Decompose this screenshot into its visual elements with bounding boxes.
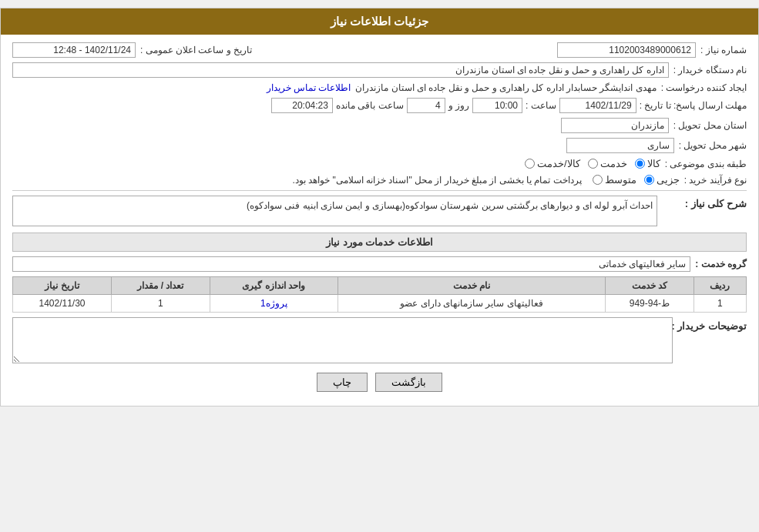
noefrayand-jozi[interactable]: جزیی: [644, 174, 680, 186]
tabaqe-kala-khadamat-radio[interactable]: [525, 159, 535, 169]
back-button[interactable]: بازگشت: [375, 373, 442, 392]
th-count: تعداد / مقدار: [112, 277, 210, 295]
noefrayand-jozi-radio[interactable]: [644, 175, 654, 185]
tabaqe-kala-radio[interactable]: [635, 159, 645, 169]
goroh-input: [12, 256, 690, 272]
ijad-link[interactable]: اطلاعات تماس خریدار: [267, 82, 351, 93]
td-count: 1: [112, 295, 210, 313]
mohlat-date-input: [559, 98, 636, 113]
shomara-row: شماره نیاز : تاریخ و ساعت اعلان عمومی :: [12, 42, 747, 58]
th-name: نام خدمت: [338, 277, 605, 295]
noefrayand-jozi-label: جزیی: [657, 174, 680, 186]
ijad-label: ایجاد کننده درخواست :: [661, 82, 747, 93]
button-row: بازگشت چاپ: [12, 373, 747, 392]
mohlat-remaining-input: [271, 98, 333, 113]
noefrayand-row: نوع فرآیند خرید : متوسط جزیی پرداخت تمام…: [12, 174, 747, 186]
td-radif: 1: [694, 295, 746, 313]
tabaqe-kala-label: کالا: [647, 158, 660, 169]
noefrayand-motavaset-label: متوسط: [605, 174, 636, 186]
tarix-input: [12, 42, 136, 58]
td-code: ط-94-949: [606, 295, 694, 313]
nam-dastgah-row: نام دستگاه خریدار :: [12, 62, 747, 78]
th-unit: واحد اندازه گیری: [210, 277, 338, 295]
shahr-row: شهر محل تحویل :: [12, 138, 747, 153]
goroh-row: گروه خدمت :: [12, 256, 747, 272]
tabaqe-label: طبقه بندی موضوعی :: [665, 159, 747, 169]
ijad-row: ایجاد کننده درخواست : مهدی اندایشگر حساب…: [12, 82, 747, 93]
th-radif: ردیف: [694, 277, 746, 295]
th-code: کد خدمت: [606, 277, 694, 295]
noefrayand-label: نوع فرآیند خرید :: [684, 175, 747, 186]
mohlat-label: مهلت ارسال پاسخ: تا تاریخ :: [640, 100, 747, 111]
noefrayand-note: پرداخت تمام یا بخشی از مبلغ خریدار از مح…: [292, 175, 581, 186]
tozihat-textarea[interactable]: [12, 317, 673, 363]
table-row: 1ط-94-949فعالیتهای سایر سازمانهای دارای …: [13, 295, 747, 313]
services-table: ردیف کد خدمت نام خدمت واحد اندازه گیری ت…: [12, 276, 747, 313]
sharh-row: شرح کلی نیاز : احداث آبرو لوله ای و دیوا…: [12, 196, 747, 226]
page-header: جزئیات اطلاعات نیاز: [1, 8, 758, 35]
tozihat-section: توضیحات خریدار :: [12, 317, 747, 363]
tabaqe-khadamat-radio[interactable]: [588, 159, 598, 169]
shomara-input: [557, 42, 696, 58]
tarix-label: تاریخ و ساعت اعلان عمومی :: [140, 45, 252, 55]
shomara-label: شماره نیاز :: [700, 45, 747, 55]
noefrayand-radio-group: متوسط جزیی: [593, 174, 680, 186]
mohlat-time-label: ساعت :: [526, 100, 556, 111]
td-date: 1402/11/30: [13, 295, 112, 313]
ostan-input: [561, 118, 669, 133]
tabaqe-kala[interactable]: کالا: [635, 158, 660, 169]
tozihat-label: توضیحات خریدار :: [677, 317, 747, 332]
ijad-value: مهدی اندایشگر حسابدار اداره کل راهداری و…: [355, 82, 656, 93]
mohlat-days-label: روز و: [448, 100, 469, 111]
shahr-label: شهر محل تحویل :: [679, 140, 747, 151]
td-name: فعالیتهای سایر سازمانهای دارای عضو: [338, 295, 605, 313]
shahr-input: [566, 138, 674, 153]
noefrayand-motavaset[interactable]: متوسط: [593, 174, 636, 186]
mohlat-time-input: [472, 98, 522, 113]
khadamat-section-title: اطلاعات خدمات مورد نیاز: [12, 233, 747, 252]
tabaqe-radio-group: کالا/خدمت خدمت کالا: [525, 158, 660, 169]
nam-dastgah-input: [12, 62, 669, 78]
mohlat-row: مهلت ارسال پاسخ: تا تاریخ : ساعت : روز و…: [12, 98, 747, 113]
mohlat-days-input: [407, 98, 445, 113]
td-unit: پروژه1: [210, 295, 338, 313]
table-header-row: ردیف کد خدمت نام خدمت واحد اندازه گیری ت…: [13, 277, 747, 295]
tabaqe-khadamat[interactable]: خدمت: [588, 158, 627, 169]
nam-dastgah-label: نام دستگاه خریدار :: [673, 65, 747, 75]
tabaqe-khadamat-label: خدمت: [600, 158, 627, 169]
noefrayand-motavaset-radio[interactable]: [593, 175, 603, 185]
page-title: جزئیات اطلاعات نیاز: [331, 15, 428, 28]
sharh-label: شرح کلی نیاز :: [662, 196, 747, 209]
content-area: شماره نیاز : تاریخ و ساعت اعلان عمومی : …: [1, 35, 758, 406]
sharh-box: احداث آبرو لوله ای و دیوارهای برگشتی سری…: [12, 196, 657, 226]
ostan-label: استان محل تحویل :: [673, 120, 747, 131]
tabaqe-kala-khadamat-label: کالا/خدمت: [537, 158, 580, 169]
mohlat-remaining-label: ساعت باقی مانده: [336, 100, 404, 111]
tabaqe-row: طبقه بندی موضوعی : کالا/خدمت خدمت کالا: [12, 158, 747, 169]
ostan-row: استان محل تحویل :: [12, 118, 747, 133]
sharh-value: احداث آبرو لوله ای و دیوارهای برگشتی سری…: [247, 200, 653, 211]
tabaqe-kala-khadamat[interactable]: کالا/خدمت: [525, 158, 580, 169]
th-date: تاریخ نیاز: [13, 277, 112, 295]
goroh-label: گروه خدمت :: [695, 259, 747, 269]
page-container: جزئیات اطلاعات نیاز شماره نیاز : تاریخ و…: [0, 8, 759, 407]
print-button[interactable]: چاپ: [317, 373, 368, 392]
